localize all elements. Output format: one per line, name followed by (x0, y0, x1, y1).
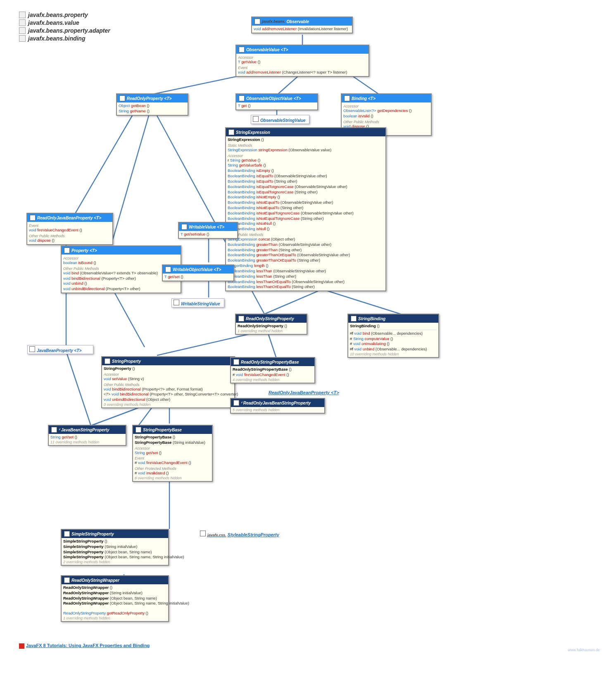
class-header: WritableObjectValue <T> (163, 265, 233, 274)
interface-icon (181, 224, 187, 230)
class-icon (105, 358, 110, 364)
class-SimpleStringProperty[interactable]: SimpleStringProperty SimpleStringPropert… (61, 529, 169, 566)
legend-item: javafx.beans.property (19, 12, 110, 18)
package-legend: javafx.beans.property javafx.beans.value… (19, 12, 110, 43)
class-icon (64, 531, 70, 537)
svg-line-6 (112, 116, 149, 244)
interface-icon (253, 116, 259, 122)
svg-line-10 (264, 289, 322, 314)
class-header: ʳ JavaBeanStringProperty (49, 426, 126, 434)
class-JavaBeanStringProperty[interactable]: ʳ JavaBeanStringProperty String get/set … (48, 425, 126, 446)
class-ObservableObjectValue[interactable]: ObservableObjectValue <T> T get () (235, 93, 318, 110)
class-icon (64, 577, 70, 583)
class-header: StringExpression (226, 128, 385, 136)
class-header: ReadOnlyProperty <T> (117, 94, 188, 102)
interface-icon (165, 267, 171, 272)
legend-item: javafx.beans.binding (19, 35, 110, 42)
class-ReadOnlyJavaBeanProperty[interactable]: ReadOnlyJavaBeanProperty <T> Event void … (26, 213, 113, 245)
interface-icon (239, 47, 245, 52)
class-header: ObservableValue <T> (236, 45, 369, 54)
package-icon (19, 35, 26, 42)
class-header: javafx.beans.Observable (252, 17, 352, 26)
class-StringPropertyBase[interactable]: StringPropertyBase StringPropertyBase ()… (132, 425, 213, 482)
class-icon (233, 359, 239, 365)
interface-icon (254, 19, 260, 24)
class-icon (51, 427, 57, 433)
class-header: ReadOnlyStringWrapper (62, 576, 168, 584)
interface-icon (239, 95, 245, 101)
interface-icon (344, 95, 350, 101)
class-WritableValue[interactable]: WritableValue <T> T get/setValue () (178, 222, 238, 239)
class-ReadOnlyStringPropertyBase[interactable]: ReadOnlyStringPropertyBase ReadOnlyStrin… (230, 357, 315, 383)
class-icon (136, 427, 141, 433)
interface-icon (174, 300, 179, 305)
class-ReadOnlyJavaBeanStringProperty[interactable]: ʳ ReadOnlyJavaBeanStringProperty 5 overr… (230, 398, 325, 414)
class-StringProperty[interactable]: StringProperty StringProperty () Accesso… (101, 356, 235, 408)
class-header: ʳ ReadOnlyJavaBeanStringProperty (231, 399, 324, 407)
class-WritableStringValue[interactable]: WritableStringValue (171, 298, 224, 307)
class-header: StringPropertyBase (133, 426, 212, 434)
class-StringExpression[interactable]: StringExpression StringExpression ()Stat… (225, 127, 386, 291)
class-header: StringBinding (348, 314, 438, 323)
class-icon (233, 400, 239, 406)
class-header-link: JavaBeanProperty <T> (28, 345, 93, 354)
interface-icon (119, 95, 125, 101)
class-ReadOnlyStringProperty[interactable]: ReadOnlyStringProperty ReadOnlyStringPro… (235, 314, 307, 335)
interface-icon (29, 346, 35, 352)
link-StyleableStringProperty[interactable]: javafx.css.StyleableStringProperty (200, 531, 279, 537)
link-ReadOnlyJavaBeanProperty[interactable]: ReadOnlyJavaBeanProperty <T> (269, 390, 339, 395)
class-header: Property <T> (62, 246, 181, 255)
class-icon (351, 316, 357, 321)
svg-line-9 (112, 287, 145, 347)
footer-tutorial-link[interactable]: JavaFX 8 Tutorials: Using JavaFX Propert… (19, 643, 150, 649)
class-icon (228, 129, 234, 135)
class-header: ReadOnlyStringProperty (236, 314, 307, 323)
class-header-link: ObservableStringValue (251, 115, 309, 124)
class-Observable[interactable]: javafx.beans.Observable void add/removeL… (251, 17, 353, 33)
class-header: Binding <T> (342, 94, 431, 102)
class-ObservableValue[interactable]: ObservableValue <T> Accessor T getValue … (235, 45, 369, 77)
interface-icon (30, 215, 36, 221)
svg-line-13 (66, 351, 91, 426)
legend-item: javafx.beans.value (19, 19, 110, 26)
package-icon (19, 12, 26, 18)
class-ReadOnlyProperty[interactable]: ReadOnlyProperty <T> Object getBean () S… (116, 93, 188, 116)
class-icon (238, 316, 244, 321)
class-StringBinding[interactable]: StringBinding StringBinding ()#f void bi… (347, 314, 439, 358)
class-icon (200, 531, 206, 536)
class-WritableObjectValue[interactable]: WritableObjectValue <T> T get/set () (162, 264, 234, 281)
interface-icon (64, 248, 70, 253)
class-header-link: WritableStringValue (172, 299, 224, 307)
class-JavaBeanProperty[interactable]: JavaBeanProperty <T> (27, 345, 93, 354)
class-header: ObservableObjectValue <T> (236, 94, 317, 102)
site-credit: www.falkhausen.de (568, 648, 600, 652)
class-header: ReadOnlyJavaBeanProperty <T> (27, 214, 112, 222)
package-icon (19, 19, 26, 26)
package-icon (19, 27, 26, 34)
class-header: SimpleStringProperty (62, 530, 168, 538)
class-header: WritableValue <T> (179, 223, 237, 231)
class-header: StringProperty (102, 357, 234, 365)
oracle-icon (19, 643, 24, 649)
svg-line-5 (74, 116, 132, 215)
class-ObservableStringValue[interactable]: ObservableStringValue (251, 115, 309, 124)
legend-item: javafx.beans.property.adapter (19, 27, 110, 34)
class-header: ReadOnlyStringPropertyBase (231, 358, 314, 366)
svg-line-11 (322, 289, 401, 314)
class-ReadOnlyStringWrapper[interactable]: ReadOnlyStringWrapper ReadOnlyStringWrap… (61, 575, 169, 622)
